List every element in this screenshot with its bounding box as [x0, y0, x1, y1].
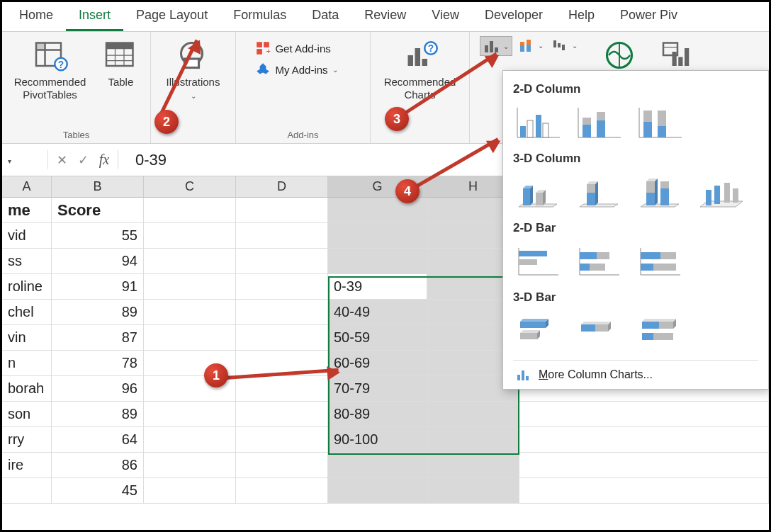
svg-marker-110 — [520, 330, 540, 333]
svg-rect-34 — [520, 42, 524, 45]
cell[interactable]: 80-89 — [328, 402, 427, 427]
globe-icon — [602, 38, 637, 73]
svg-rect-27 — [422, 59, 427, 66]
svg-rect-79 — [646, 193, 655, 205]
col-header-B[interactable]: B — [52, 176, 144, 197]
cancel-button[interactable]: ✕ — [51, 152, 72, 168]
tab-home[interactable]: Home — [6, 2, 66, 31]
svg-rect-105 — [520, 322, 546, 328]
3d-stacked-bar-thumb[interactable] — [574, 312, 625, 350]
group-tables: ? Recommended PivotTables Table Tables — [2, 32, 151, 143]
formula-bar-value[interactable]: 0-39 — [121, 148, 181, 172]
svg-rect-121 — [517, 375, 520, 380]
cell[interactable]: Score — [52, 198, 144, 223]
tab-help[interactable]: Help — [556, 2, 607, 31]
tab-view[interactable]: View — [419, 2, 472, 31]
name-box[interactable]: ▾ — [2, 152, 45, 169]
svg-rect-50 — [527, 120, 533, 137]
chevron-down-icon: ⌄ — [538, 42, 544, 50]
svg-marker-114 — [581, 322, 611, 324]
cell[interactable]: 70-79 — [328, 376, 427, 402]
cell[interactable]: 0-39 — [328, 274, 427, 300]
clustered-column-thumb[interactable] — [513, 103, 564, 142]
svg-rect-95 — [580, 252, 597, 259]
col-header-A[interactable]: A — [2, 176, 52, 197]
svg-rect-98 — [590, 264, 605, 271]
cell[interactable]: me — [2, 198, 52, 223]
recommended-charts-button[interactable]: ? Recommended Charts — [380, 35, 461, 104]
annotation-marker-4: 4 — [395, 179, 420, 203]
chevron-down-icon: ⌄ — [503, 43, 509, 50]
svg-marker-118 — [642, 319, 676, 322]
group-recommended-charts: ? Recommended Charts — [371, 32, 470, 143]
svg-rect-112 — [595, 324, 608, 332]
svg-rect-46 — [685, 48, 689, 66]
svg-rect-14 — [257, 42, 263, 47]
my-addins-label: My Add-ins — [275, 64, 327, 76]
chart-type-panel: 2-D Column 3-D Column 2-D Bar — [502, 70, 769, 390]
3d-100-stacked-bar-thumb[interactable] — [635, 312, 686, 350]
more-column-charts-button[interactable]: More Column Charts... — [513, 360, 758, 385]
svg-rect-108 — [520, 333, 537, 339]
insert-function-button[interactable]: fx — [94, 152, 115, 168]
section-3d-column: 3-D Column — [513, 152, 758, 166]
get-addins-button[interactable]: + Get Add-ins — [252, 39, 333, 57]
section-2d-bar: 2-D Bar — [513, 221, 758, 235]
svg-rect-74 — [587, 184, 595, 193]
stacked-column-thumb[interactable] — [574, 103, 625, 142]
chevron-down-icon: ⌄ — [332, 66, 338, 74]
pivotchart-icon — [660, 38, 695, 73]
svg-rect-123 — [526, 376, 529, 380]
col-header-C[interactable]: C — [144, 176, 236, 197]
3d-clustered-column-thumb[interactable] — [513, 173, 564, 211]
waterfall-chart-dropdown[interactable]: ⌄ — [549, 36, 580, 55]
svg-rect-86 — [714, 186, 720, 204]
3d-100-stacked-column-thumb[interactable] — [635, 173, 686, 211]
svg-marker-76 — [595, 181, 598, 205]
cell[interactable]: 40-49 — [328, 300, 427, 325]
svg-rect-87 — [724, 183, 730, 203]
recommended-charts-icon: ? — [403, 38, 438, 73]
chevron-down-icon: ⌄ — [572, 42, 578, 50]
clustered-bar-thumb[interactable] — [513, 242, 564, 281]
tab-formulas[interactable]: Formulas — [220, 2, 299, 31]
chevron-down-icon: ⌄ — [191, 92, 196, 100]
enter-button[interactable]: ✓ — [72, 152, 94, 168]
table-row: 45 — [2, 478, 769, 504]
table-button[interactable]: Table — [99, 35, 142, 91]
svg-rect-102 — [641, 252, 660, 259]
tab-developer[interactable]: Developer — [472, 2, 556, 31]
stacked-bar-thumb[interactable] — [574, 242, 625, 281]
recommended-pivottables-button[interactable]: ? Recommended PivotTables — [10, 35, 91, 104]
100-stacked-bar-thumb[interactable] — [635, 242, 686, 281]
stacked-chart-dropdown[interactable]: ⌄ — [515, 36, 546, 55]
get-addins-label: Get Add-ins — [275, 43, 330, 55]
annotation-marker-1: 1 — [204, 363, 228, 387]
cell[interactable]: 90-100 — [328, 427, 427, 453]
cell[interactable]: 50-59 — [328, 325, 427, 351]
section-2d-column: 2-D Column — [513, 82, 758, 96]
svg-rect-104 — [641, 264, 653, 271]
svg-marker-107 — [520, 319, 548, 322]
col-header-D[interactable]: D — [236, 176, 328, 197]
3d-clustered-bar-thumb[interactable] — [513, 312, 564, 350]
svg-rect-44 — [672, 52, 677, 66]
cell[interactable]: 60-69 — [328, 351, 427, 376]
tab-page-layout[interactable]: Page Layout — [123, 2, 220, 31]
tab-insert[interactable]: Insert — [66, 2, 123, 31]
svg-rect-122 — [522, 370, 524, 380]
tab-review[interactable]: Review — [351, 2, 419, 31]
tab-data[interactable]: Data — [299, 2, 351, 31]
3d-stacked-column-thumb[interactable] — [574, 173, 625, 211]
svg-rect-116 — [642, 322, 659, 329]
svg-rect-37 — [553, 40, 556, 47]
svg-rect-64 — [658, 126, 666, 137]
svg-rect-96 — [597, 252, 609, 259]
svg-rect-69 — [536, 193, 543, 205]
100-stacked-column-thumb[interactable] — [635, 103, 686, 142]
tab-power-pivot[interactable]: Power Piv — [607, 2, 690, 31]
my-addins-button[interactable]: My Add-ins ⌄ — [252, 60, 340, 79]
ribbon-tabs: Home Insert Page Layout Formulas Data Re… — [2, 2, 769, 32]
svg-rect-39 — [562, 45, 565, 50]
3d-column-thumb[interactable] — [696, 173, 747, 211]
